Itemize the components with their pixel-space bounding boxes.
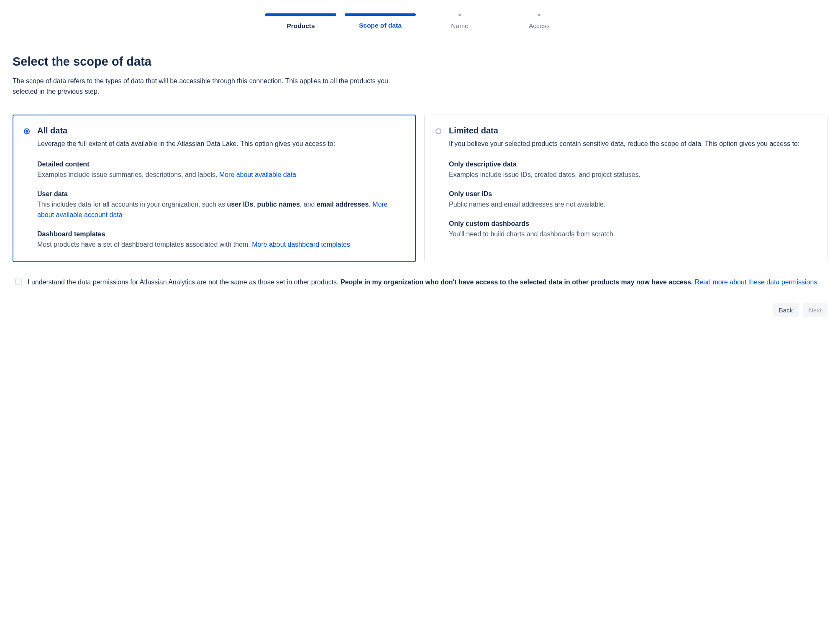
page-description: The scope of data refers to the types of… bbox=[13, 76, 397, 97]
link-data-permissions[interactable]: Read more about these data permissions bbox=[695, 279, 817, 286]
consent-text: I understand the data permissions for At… bbox=[28, 277, 817, 288]
step-indicator-upcoming bbox=[538, 14, 540, 16]
radio-all-data[interactable] bbox=[24, 128, 30, 134]
step-label: Scope of data bbox=[359, 22, 402, 29]
link-available-data[interactable]: More about available data bbox=[219, 171, 296, 178]
option-description: Leverage the full extent of data availab… bbox=[37, 139, 405, 149]
option-title: All data bbox=[37, 126, 405, 135]
feature-only-user-ids: Only user IDs Public names and email add… bbox=[449, 190, 816, 210]
option-description: If you believe your selected products co… bbox=[449, 139, 816, 149]
step-scope-of-data[interactable]: Scope of data bbox=[345, 13, 416, 30]
step-label: Products bbox=[287, 22, 315, 30]
actions: Back Next bbox=[13, 303, 827, 317]
next-button[interactable]: Next bbox=[803, 303, 827, 317]
step-label: Access bbox=[529, 22, 550, 30]
feature-text: You'll need to build charts and dashboar… bbox=[449, 229, 816, 240]
feature-title: Dashboard templates bbox=[37, 230, 405, 238]
feature-text: Examples include issue summaries, descri… bbox=[37, 170, 405, 180]
option-title: Limited data bbox=[449, 126, 816, 135]
feature-only-custom-dashboards: Only custom dashboards You'll need to bu… bbox=[449, 220, 816, 240]
page-title: Select the scope of data bbox=[13, 55, 827, 69]
feature-title: Only user IDs bbox=[449, 190, 816, 198]
option-all-data[interactable]: All data Leverage the full extent of dat… bbox=[13, 115, 416, 262]
feature-text: Most products have a set of dashboard te… bbox=[37, 240, 405, 250]
feature-text: This includes data for all accounts in y… bbox=[37, 199, 405, 220]
feature-text: Examples include issue IDs, created date… bbox=[449, 170, 816, 180]
step-name[interactable]: Name bbox=[424, 13, 495, 30]
feature-title: Only descriptive data bbox=[449, 161, 816, 168]
feature-detailed-content: Detailed content Examples include issue … bbox=[37, 161, 405, 180]
scope-options: All data Leverage the full extent of dat… bbox=[13, 115, 827, 262]
step-indicator-completed bbox=[265, 13, 336, 16]
step-access[interactable]: Access bbox=[504, 13, 575, 30]
step-products[interactable]: Products bbox=[265, 13, 336, 30]
link-dashboard-templates[interactable]: More about dashboard templates bbox=[252, 241, 350, 248]
feature-text: Public names and email addresses are not… bbox=[449, 199, 816, 210]
feature-title: User data bbox=[37, 190, 405, 198]
stepper: Products Scope of data Name Access bbox=[13, 13, 827, 30]
back-button[interactable]: Back bbox=[773, 303, 799, 317]
option-limited-data[interactable]: Limited data If you believe your selecte… bbox=[424, 115, 827, 262]
consent-row: I understand the data permissions for At… bbox=[13, 275, 827, 290]
step-indicator-upcoming bbox=[458, 14, 461, 16]
step-indicator-active bbox=[345, 13, 416, 16]
feature-user-data: User data This includes data for all acc… bbox=[37, 190, 405, 220]
step-label: Name bbox=[451, 22, 468, 30]
feature-only-descriptive-data: Only descriptive data Examples include i… bbox=[449, 161, 816, 180]
radio-limited-data[interactable] bbox=[435, 128, 441, 134]
consent-checkbox[interactable] bbox=[15, 279, 22, 285]
feature-title: Detailed content bbox=[37, 161, 405, 168]
feature-dashboard-templates: Dashboard templates Most products have a… bbox=[37, 230, 405, 250]
feature-title: Only custom dashboards bbox=[449, 220, 816, 228]
